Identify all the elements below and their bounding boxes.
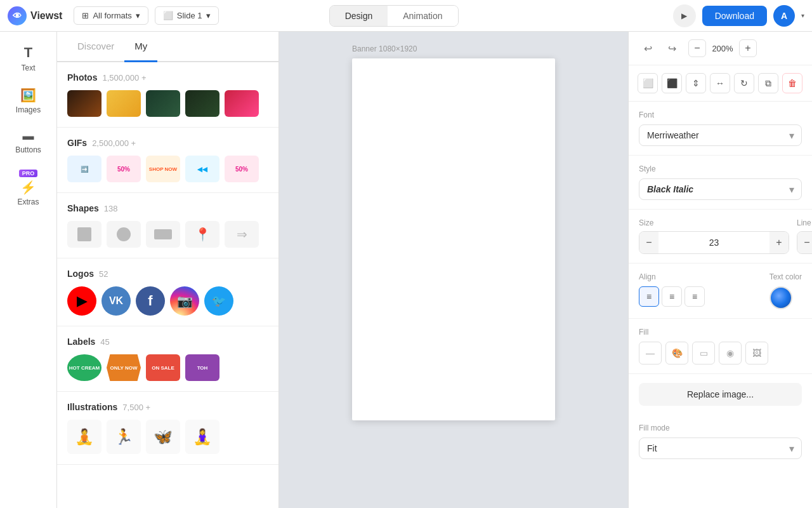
fill-color-button[interactable]: 🎨 [665, 342, 688, 364]
illus-thumb-2[interactable]: 🏃 [107, 420, 141, 454]
illus-thumb-4[interactable]: 🧘‍♀️ [185, 420, 219, 454]
label-thumb-3[interactable]: ON SALE [146, 354, 180, 381]
illustrations-section: Illustrations 7,500 + 🧘 🏃 🦋 🧘‍♀️ [57, 392, 278, 465]
align-center-button[interactable]: ≡ [662, 286, 682, 307]
move-back-button[interactable]: ⬜ [638, 73, 658, 93]
sidebar-item-images[interactable]: 🖼️ Images [4, 81, 53, 121]
illustrations-count: 7,500 + [122, 403, 150, 412]
redo-button[interactable]: ↪ [662, 38, 682, 58]
copy-button[interactable]: ⧉ [758, 73, 778, 93]
photo-thumb-5[interactable] [225, 90, 259, 117]
gif-thumb-2[interactable]: 50% [107, 156, 141, 182]
lh-minus-button[interactable]: − [797, 232, 812, 253]
grid-icon: ⊞ [82, 11, 89, 20]
history-bar: ↩ ↪ − 200% + [629, 32, 812, 65]
topbar-right: ▶ Download A ▾ [673, 4, 804, 27]
rotate-button[interactable]: ↻ [734, 73, 754, 93]
align-buttons: ≡ ≡ ≡ [639, 286, 762, 307]
zoom-value: 200% [710, 44, 735, 53]
photo-thumb-2[interactable] [107, 90, 141, 117]
size-minus-button[interactable]: − [639, 232, 658, 253]
style-select[interactable]: Black Italic Regular Bold Italic [639, 178, 802, 200]
shape-arrow[interactable]: ⇒ [225, 221, 259, 248]
gif-thumb-4[interactable]: ◀◀ [185, 156, 219, 182]
illustrations-title: Illustrations [67, 402, 117, 412]
object-toolbar: ⬜ ⬛ ⇕ ↔ ↻ ⧉ 🗑 [629, 65, 812, 102]
photos-count: 1,500,000 + [102, 73, 146, 83]
fill-none-button[interactable]: — [639, 342, 662, 364]
shape-square[interactable] [67, 221, 102, 248]
photo-thumb-4[interactable] [185, 90, 219, 117]
shape-circle[interactable] [107, 221, 141, 248]
logos-title: Logos [67, 269, 94, 279]
font-select[interactable]: Merriweather Arial Georgia [639, 124, 802, 146]
label-thumb-2[interactable]: ONLY NOW [107, 354, 141, 381]
pro-badge: PRO [19, 170, 38, 177]
logo-twitter[interactable]: 🐦 [204, 286, 233, 316]
labels-count: 45 [100, 337, 109, 347]
canvas-slide[interactable] [352, 58, 555, 420]
shape-pin[interactable]: 📍 [185, 221, 219, 248]
label-thumb-4[interactable]: ТОН [185, 354, 219, 381]
fill-label: Fill [639, 328, 802, 337]
logo-vk[interactable]: VK [102, 286, 131, 316]
fill-radial-button[interactable]: ◉ [719, 342, 742, 364]
illus-thumb-1[interactable]: 🧘 [67, 420, 102, 454]
sidebar-item-text[interactable]: T Text [4, 38, 53, 79]
font-label: Font [639, 110, 802, 119]
gif-thumb-1[interactable]: ➡️ [67, 156, 102, 182]
text-color-picker[interactable] [769, 286, 792, 309]
fill-mode-select[interactable]: Fit Fill Stretch Tile [639, 438, 802, 459]
label-thumb-1[interactable]: HOT CREAM [67, 354, 102, 381]
slide-icon: ⬜ [163, 11, 173, 20]
move-front-button[interactable]: ⬛ [662, 73, 682, 93]
gif-thumb-5[interactable]: 50% [225, 156, 259, 182]
delete-button[interactable]: 🗑 [782, 73, 802, 93]
slide-button[interactable]: ⬜ Slide 1 ▾ [155, 6, 219, 25]
tab-discover[interactable]: Discover [67, 32, 124, 62]
play-icon: ▶ [681, 11, 687, 20]
zoom-out-button[interactable]: − [688, 39, 706, 57]
user-avatar[interactable]: A [773, 5, 795, 27]
align-left-button[interactable]: ≡ [639, 286, 659, 307]
tab-animation[interactable]: Animation [388, 6, 457, 26]
tab-design[interactable]: Design [330, 6, 388, 26]
play-button[interactable]: ▶ [673, 4, 696, 27]
tab-my[interactable]: My [124, 32, 157, 62]
logo-youtube[interactable]: ▶ [67, 286, 96, 316]
canvas-wrapper: Banner 1080×1920 [352, 44, 555, 420]
size-plus-button[interactable]: + [769, 232, 789, 253]
shape-rect[interactable] [146, 221, 180, 248]
photo-thumb-3[interactable] [146, 90, 180, 117]
zoom-in-button[interactable]: + [739, 39, 757, 57]
gifs-section: GIFs 2,500,000 + ➡️ 50% SHOP NOW ◀◀ 50% [57, 128, 278, 193]
right-panel: ↩ ↪ − 200% + ⬜ ⬛ ⇕ ↔ ↻ ⧉ 🗑 Font Merriwea… [628, 32, 812, 508]
user-menu-chevron[interactable]: ▾ [801, 12, 804, 19]
align-button[interactable]: ⇕ [686, 73, 706, 93]
style-select-wrapper: Black Italic Regular Bold Italic [639, 178, 802, 200]
size-group: Size − + [639, 218, 789, 254]
align-right-button[interactable]: ≡ [684, 286, 705, 307]
align-group: Align ≡ ≡ ≡ [639, 272, 762, 307]
illus-thumb-3[interactable]: 🦋 [146, 420, 180, 454]
sidebar-item-extras[interactable]: PRO ⚡ Extras [4, 163, 53, 213]
gif-thumb-3[interactable]: SHOP NOW [146, 156, 180, 182]
fill-gradient-button[interactable]: ▭ [692, 342, 715, 364]
logo-facebook[interactable]: f [136, 286, 165, 316]
sidebar-item-buttons[interactable]: ▬ Buttons [4, 123, 53, 161]
format-button[interactable]: ⊞ All formats ▾ [74, 6, 148, 25]
align-color-section: Align ≡ ≡ ≡ Text color [629, 264, 812, 319]
photo-thumb-1[interactable] [67, 90, 102, 117]
photos-title: Photos [67, 72, 97, 83]
size-value[interactable] [658, 237, 769, 248]
line-height-control: − + [797, 231, 812, 254]
undo-button[interactable]: ↩ [638, 38, 658, 58]
text-icon: T [24, 44, 32, 61]
fill-image-button[interactable]: 🖼 [745, 342, 768, 364]
slide-label: Slide 1 [177, 11, 202, 20]
logo-instagram[interactable]: 📷 [170, 286, 199, 316]
labels-section: Labels 45 HOT CREAM ONLY NOW ON SALE ТОН [57, 326, 278, 392]
download-button[interactable]: Download [702, 6, 767, 26]
replace-image-button[interactable]: Replace image... [639, 383, 802, 406]
flip-button[interactable]: ↔ [710, 73, 730, 93]
